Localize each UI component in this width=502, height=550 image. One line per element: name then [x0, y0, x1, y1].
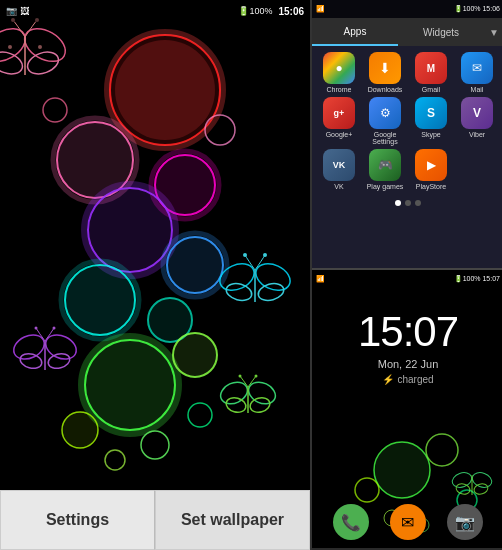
playgames-label: Play games	[367, 183, 404, 190]
downloads-icon: ⬇	[369, 52, 401, 84]
lockscreen-status-bar: 📶 🔋100% 15:07	[312, 270, 502, 288]
svg-point-15	[167, 237, 223, 293]
app-gmail[interactable]: M Gmail	[410, 52, 452, 93]
bubbles-canvas	[0, 0, 310, 490]
page-dot-2	[405, 200, 411, 206]
right-panel: 📶 🔋100% 15:06 Apps Widgets ▼ ● Chrome ⬇ …	[310, 0, 502, 550]
status-bar: 📷 🖼 🔋100% 15:06	[0, 0, 310, 22]
tab-widgets[interactable]: Widgets	[398, 18, 484, 46]
svg-point-23	[85, 340, 175, 430]
tab-apps[interactable]: Apps	[312, 18, 398, 46]
viber-icon: V	[461, 97, 493, 129]
googleplus-label: Google+	[326, 131, 353, 138]
app-googleplus[interactable]: g+ Google+	[318, 97, 360, 145]
left-panel: 📷 🖼 🔋100% 15:06	[0, 0, 310, 550]
gmail-label: Gmail	[422, 86, 440, 93]
googlesettings-icon: ⚙	[369, 97, 401, 129]
wallpaper-preview: 📷 🖼 🔋100% 15:06	[0, 0, 310, 490]
svg-point-62	[239, 375, 242, 378]
wallpaper-svg	[0, 0, 310, 490]
chrome-icon: ●	[323, 52, 355, 84]
app-downloads[interactable]: ⬇ Downloads	[364, 52, 406, 93]
notification-icons: 📷 🖼	[6, 6, 29, 16]
lock-phone-shortcut[interactable]: 📞	[333, 504, 369, 540]
playgames-icon: 🎮	[369, 149, 401, 181]
mail-icon: ✉	[461, 52, 493, 84]
svg-point-66	[374, 442, 430, 498]
battery-indicator: 🔋100%	[238, 6, 272, 16]
app-googlesettings[interactable]: ⚙ Google Settings	[364, 97, 406, 145]
gmail-icon: M	[415, 52, 447, 84]
app-chrome[interactable]: ● Chrome	[318, 52, 360, 93]
charging-text: charged	[397, 374, 433, 385]
status-bar-right: 🔋100% 15:06	[238, 6, 304, 17]
svg-point-3	[115, 40, 215, 140]
chrome-label: Chrome	[327, 86, 352, 93]
lock-screen-charging: ⚡ charged	[382, 374, 433, 385]
vk-icon: VK	[323, 149, 355, 181]
lock-sms-shortcut[interactable]: ✉	[390, 504, 426, 540]
page-dot-3	[415, 200, 421, 206]
right-notification-icons: 📶	[316, 5, 325, 13]
right-status-right: 🔋100% 15:06	[454, 5, 500, 13]
charging-icon: ⚡	[382, 374, 394, 385]
lock-screen-date: Mon, 22 Jun	[378, 358, 439, 370]
viber-label: Viber	[469, 131, 485, 138]
playstore-icon: ▶	[415, 149, 447, 181]
status-bar-left: 📷 🖼	[6, 6, 29, 16]
app-viber[interactable]: V Viber	[456, 97, 498, 145]
lock-screen-preview: 📶 🔋100% 15:07 15:07 Mon, 22 Jun ⚡ charge…	[312, 270, 502, 548]
googleplus-icon: g+	[323, 97, 355, 129]
svg-point-28	[62, 412, 98, 448]
app-vk[interactable]: VK VK	[318, 149, 360, 190]
svg-point-49	[263, 253, 267, 257]
lockscreen-status-right: 🔋100% 15:07	[454, 275, 500, 283]
app-playstore[interactable]: ▶ PlayStore	[410, 149, 452, 190]
set-wallpaper-button[interactable]: Set wallpaper	[155, 490, 310, 550]
downloads-label: Downloads	[368, 86, 403, 93]
bottom-buttons: Settings Set wallpaper	[0, 490, 310, 550]
app-skype[interactable]: S Skype	[410, 97, 452, 145]
lock-screen-time: 15:07	[358, 308, 458, 356]
page-indicator	[312, 196, 502, 210]
svg-point-48	[243, 253, 247, 257]
skype-label: Skype	[421, 131, 440, 138]
page-dot-1	[395, 200, 401, 206]
settings-button[interactable]: Settings	[0, 490, 155, 550]
app-playgames[interactable]: 🎮 Play games	[364, 149, 406, 190]
lockscreen-notif-icons: 📶	[316, 275, 325, 283]
tab-dropdown-arrow[interactable]: ▼	[484, 18, 502, 46]
playstore-label: PlayStore	[416, 183, 446, 190]
skype-icon: S	[415, 97, 447, 129]
app-mail[interactable]: ✉ Mail	[456, 52, 498, 93]
svg-point-56	[53, 327, 56, 330]
home-screen-tabs: Apps Widgets ▼	[312, 18, 502, 46]
lock-screen-content: 15:07 Mon, 22 Jun ⚡ charged	[312, 288, 502, 385]
svg-point-26	[173, 333, 217, 377]
svg-point-41	[8, 45, 12, 49]
home-screen-preview: 📶 🔋100% 15:06 Apps Widgets ▼ ● Chrome ⬇ …	[312, 0, 502, 270]
right-status-bar: 📶 🔋100% 15:06	[312, 0, 502, 18]
googlesettings-label: Google Settings	[365, 131, 405, 145]
svg-point-55	[35, 327, 38, 330]
svg-point-18	[65, 265, 135, 335]
svg-point-63	[255, 375, 258, 378]
vk-label: VK	[334, 183, 343, 190]
lock-camera-shortcut[interactable]: 📷	[447, 504, 483, 540]
apps-grid: ● Chrome ⬇ Downloads M Gmail ✉ Mail g+ G…	[312, 46, 502, 196]
clock: 15:06	[278, 6, 304, 17]
lock-screen-shortcuts: 📞 ✉ 📷	[312, 504, 502, 540]
mail-label: Mail	[471, 86, 484, 93]
svg-point-42	[38, 45, 42, 49]
